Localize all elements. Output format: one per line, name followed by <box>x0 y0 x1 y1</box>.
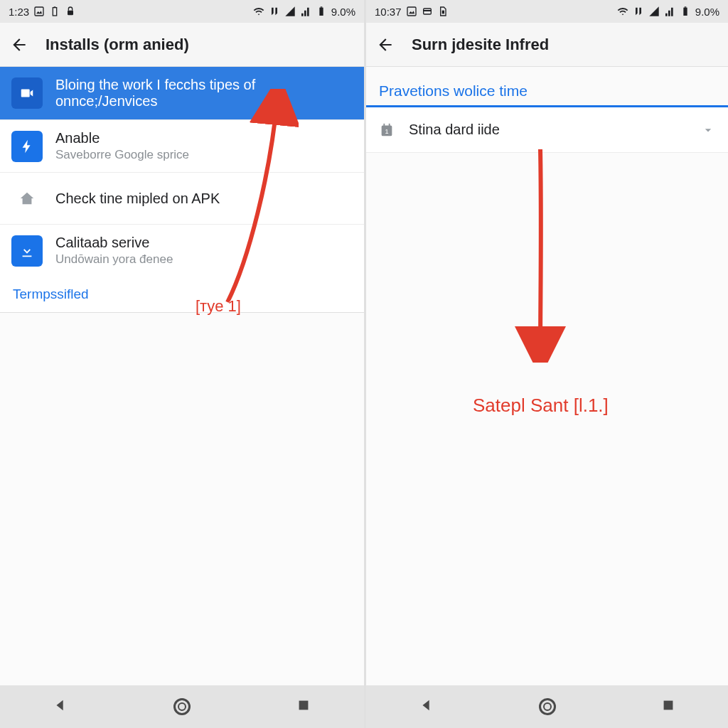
page-title: Surn jdesite Infred <box>412 36 549 54</box>
svg-rect-19 <box>663 701 673 710</box>
phone-right: 10:37 9.0% Surn jdesite Infred Pravetion… <box>364 0 728 728</box>
nfc-icon <box>633 6 644 17</box>
status-sim-icon <box>437 6 449 17</box>
list-item[interactable]: Check tine mipled on APK <box>0 173 364 225</box>
download-icon <box>11 235 43 267</box>
nav-bar <box>366 685 728 728</box>
item-title: Calitaab serive <box>55 235 173 251</box>
page-title: Installs (orm anied) <box>46 36 189 54</box>
settings-list: Bloing the work I fecchs tipes of onnce;… <box>0 67 364 277</box>
video-icon <box>11 77 43 109</box>
nav-back-button[interactable] <box>53 697 68 716</box>
app-bar: Surn jdesite Infred <box>366 23 728 67</box>
nav-recents-button[interactable] <box>660 697 676 716</box>
footer-link[interactable]: Termpssifled <box>0 277 364 313</box>
status-bar: 1:23 9.0% <box>0 0 364 23</box>
empty-area <box>0 313 364 685</box>
svg-marker-1 <box>36 11 42 14</box>
svg-text:1: 1 <box>385 127 388 134</box>
signal-icon <box>648 6 660 17</box>
status-battery-pct: 9.0% <box>331 6 355 18</box>
svg-rect-4 <box>68 11 73 16</box>
svg-rect-14 <box>684 6 686 7</box>
svg-marker-9 <box>409 11 414 14</box>
cell-icon <box>300 6 311 17</box>
svg-rect-11 <box>423 10 431 11</box>
expandable-row[interactable]: 1 Stina dard iide <box>366 107 728 153</box>
svg-rect-6 <box>320 6 322 7</box>
back-icon[interactable] <box>376 36 395 54</box>
svg-rect-7 <box>299 701 309 710</box>
status-bar: 10:37 9.0% <box>366 0 728 23</box>
nav-home-button[interactable] <box>173 698 191 715</box>
status-card-icon <box>422 6 433 17</box>
nav-back-button[interactable] <box>419 697 434 716</box>
svg-rect-3 <box>54 6 56 7</box>
list-item[interactable]: Bloing the work I fecchs tipes of onnce;… <box>0 67 364 120</box>
item-sub: Undōwain yora đenee <box>55 252 173 267</box>
svg-rect-5 <box>319 8 323 16</box>
bolt-icon <box>11 131 43 162</box>
nav-home-button[interactable] <box>539 698 556 715</box>
wifi-icon <box>617 6 628 17</box>
signal-icon <box>284 6 296 17</box>
status-picture-icon <box>33 6 45 17</box>
status-battery-outline-icon <box>49 6 60 17</box>
empty-area <box>366 153 728 685</box>
home-icon <box>11 183 43 214</box>
nav-bar <box>0 685 364 728</box>
chevron-down-icon <box>701 123 715 137</box>
item-title: Bloing the work I fecchs tipes of onnce;… <box>55 77 353 109</box>
section-header: Pravetions wolice time <box>366 67 728 107</box>
nav-recents-button[interactable] <box>296 697 311 716</box>
app-bar: Installs (orm anied) <box>0 23 364 67</box>
item-title: Check tine mipled on APK <box>55 191 220 207</box>
svg-rect-17 <box>389 123 390 127</box>
svg-rect-2 <box>53 8 57 16</box>
item-sub: Saveborre Google sprice <box>55 148 189 162</box>
nfc-icon <box>269 6 280 17</box>
status-time: 1:23 <box>9 6 29 18</box>
svg-rect-13 <box>683 8 687 16</box>
back-icon[interactable] <box>10 36 28 54</box>
item-title: Anable <box>55 130 189 146</box>
phone-left: 1:23 9.0% Installs (orm anied) <box>0 0 364 728</box>
battery-icon <box>316 6 327 17</box>
cell-icon <box>664 6 675 17</box>
list-item[interactable]: Anable Saveborre Google sprice <box>0 120 364 173</box>
battery-icon <box>680 6 691 17</box>
svg-rect-0 <box>35 7 43 16</box>
list-item[interactable]: Calitaab serive Undōwain yora đenee <box>0 225 364 277</box>
wifi-icon <box>253 6 264 17</box>
svg-rect-12 <box>441 11 444 14</box>
status-time: 10:37 <box>375 6 402 18</box>
status-lock-icon <box>65 6 76 17</box>
svg-rect-16 <box>383 123 385 127</box>
row-label: Stina dard iide <box>409 122 687 138</box>
svg-rect-8 <box>407 7 416 16</box>
status-picture-icon <box>406 6 417 17</box>
calendar-icon: 1 <box>379 122 395 138</box>
status-battery-pct: 9.0% <box>695 6 719 18</box>
